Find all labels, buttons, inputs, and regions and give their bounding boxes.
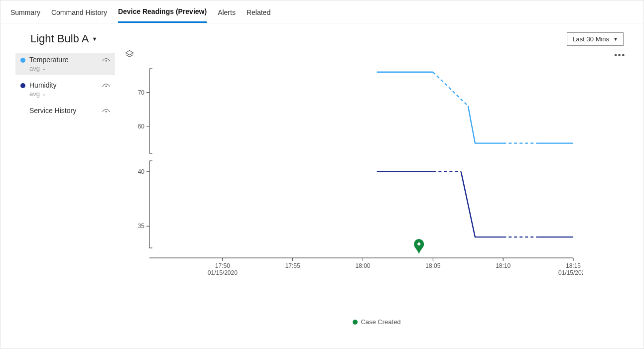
svg-text:17:50: 17:50 (215, 262, 230, 269)
svg-text:17:55: 17:55 (285, 262, 300, 269)
tab-summary[interactable]: Summary (10, 6, 40, 22)
svg-text:01/15/2020: 01/15/2020 (558, 269, 583, 276)
series-swatch (20, 58, 25, 63)
chart-svg[interactable]: 6070354017:5001/15/202017:5518:0018:0518… (125, 64, 583, 293)
tab-command-history[interactable]: Command History (51, 6, 107, 22)
svg-text:70: 70 (138, 89, 145, 96)
svg-point-2 (106, 111, 107, 113)
svg-text:01/15/2020: 01/15/2020 (208, 269, 238, 276)
svg-text:18:00: 18:00 (355, 262, 370, 269)
device-title-text: Light Bulb A (30, 32, 89, 45)
series-swatch (20, 83, 25, 88)
series-item-left: Service History (20, 107, 76, 115)
tabs-bar: Summary Command History Device Readings … (0, 0, 644, 23)
caret-down-icon: ▼ (613, 36, 618, 42)
series-item-temperature[interactable]: Temperature avg ⌄ (15, 53, 115, 75)
series-name: Humidity (29, 81, 56, 89)
chevron-down-icon: ⌄ (42, 91, 46, 97)
chart-toolbar: ••• (125, 50, 629, 60)
more-icon[interactable]: ••• (614, 51, 626, 60)
chart-area: ••• 6070354017:5001/15/202017:5518:0018:… (125, 50, 629, 329)
svg-text:18:10: 18:10 (496, 262, 511, 269)
content-area: Light Bulb A ▼ Last 30 Mins ▼ Temperatur… (0, 23, 644, 349)
series-item-service-history[interactable]: Service History (15, 104, 115, 118)
legend-dot-icon (353, 320, 358, 325)
tab-related[interactable]: Related (247, 6, 270, 22)
series-agg-label: avg (29, 90, 40, 98)
caret-down-icon: ▼ (92, 36, 97, 42)
svg-text:18:05: 18:05 (425, 262, 440, 269)
layers-icon[interactable] (125, 50, 134, 60)
body-row: Temperature avg ⌄ Humidity avg (15, 50, 629, 329)
time-range-label: Last 30 Mins (572, 35, 609, 43)
series-item-left: Temperature avg ⌄ (20, 56, 69, 72)
legend-bottom: Case Created (125, 318, 629, 329)
series-name: Temperature (29, 56, 69, 64)
chevron-down-icon: ⌄ (42, 65, 46, 72)
series-agg-label: avg (29, 65, 40, 72)
svg-text:60: 60 (138, 123, 145, 130)
series-name: Service History (29, 107, 76, 115)
series-agg-select[interactable]: avg ⌄ (29, 90, 56, 98)
svg-text:18:15: 18:15 (566, 262, 581, 269)
series-panel: Temperature avg ⌄ Humidity avg (15, 50, 115, 329)
svg-text:35: 35 (138, 223, 145, 230)
tab-device-readings[interactable]: Device Readings (Preview) (118, 5, 207, 23)
svg-point-1 (106, 86, 107, 87)
svg-point-0 (106, 60, 107, 62)
svg-text:40: 40 (138, 168, 145, 175)
eye-icon[interactable] (102, 83, 110, 90)
device-selector[interactable]: Light Bulb A ▼ (30, 32, 97, 45)
svg-point-26 (417, 242, 420, 245)
series-item-left: Humidity avg ⌄ (20, 81, 56, 98)
series-item-humidity[interactable]: Humidity avg ⌄ (15, 78, 115, 101)
series-agg-select[interactable]: avg ⌄ (29, 65, 69, 72)
eye-icon[interactable] (102, 109, 110, 116)
header-row: Light Bulb A ▼ Last 30 Mins ▼ (30, 32, 624, 46)
time-range-select[interactable]: Last 30 Mins ▼ (567, 32, 624, 46)
tab-alerts[interactable]: Alerts (218, 6, 236, 22)
legend-label: Case Created (361, 318, 400, 326)
eye-icon[interactable] (102, 58, 110, 65)
